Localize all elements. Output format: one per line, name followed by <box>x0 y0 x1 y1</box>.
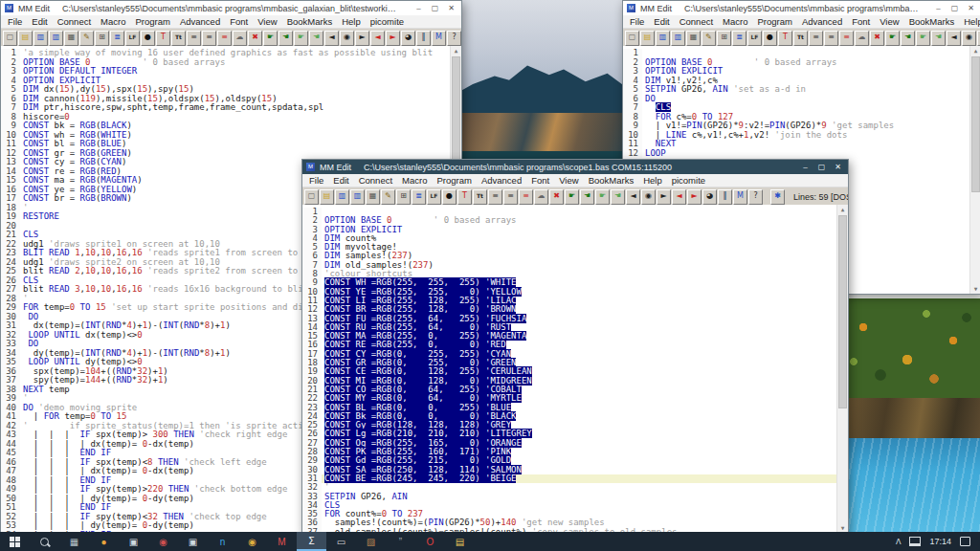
tray-chevron-up-icon[interactable]: ᐱ <box>896 538 901 546</box>
hand-left-green-icon[interactable]: ☚ <box>901 31 915 46</box>
align-right-icon[interactable]: ≡ <box>503 189 518 205</box>
hand-right-green-icon[interactable]: ☛ <box>565 189 579 205</box>
menu-item-advanced[interactable]: Advanced <box>477 175 526 186</box>
record-dot-icon[interactable]: ● <box>763 31 777 46</box>
copy-icon[interactable]: ⊞ <box>95 31 109 46</box>
scroll-up-arrow-icon[interactable]: ▲ <box>970 46 980 55</box>
arrow-left-icon[interactable]: ◄ <box>947 31 961 46</box>
align-left-icon[interactable]: ≡ <box>809 31 823 46</box>
save-as-icon[interactable]: ▥ <box>350 189 365 205</box>
arrow-left-red-icon[interactable]: ◄ <box>672 189 686 205</box>
menu-item-view[interactable]: View <box>554 175 583 186</box>
run-icon[interactable]: ✱ <box>770 189 785 205</box>
maximize-button[interactable]: ▢ <box>427 1 443 15</box>
scroll-down-arrow-icon[interactable]: ▼ <box>970 284 980 294</box>
code-line[interactable]: 11 NEXT <box>623 140 970 149</box>
m-blue-icon[interactable]: M <box>432 31 446 46</box>
copy-icon[interactable]: ⊞ <box>396 189 411 205</box>
menu-item-advanced[interactable]: Advanced <box>797 16 847 27</box>
arrow-right-red-icon[interactable]: ► <box>386 31 400 46</box>
menu-item-bookmarks[interactable]: BookMarks <box>904 16 960 27</box>
network-icon[interactable] <box>909 537 921 546</box>
taskbar-app-cmd[interactable]: ▭ <box>326 532 356 551</box>
hand-right-green-icon[interactable]: ☛ <box>885 31 900 46</box>
taskbar-app-opera[interactable]: O <box>415 532 445 551</box>
menu-item-font[interactable]: Font <box>526 175 554 186</box>
target-icon[interactable]: ◉ <box>962 31 976 46</box>
taskbar-app-edge[interactable]: n <box>208 532 237 551</box>
new-file-icon[interactable]: ▢ <box>625 31 639 46</box>
menu-item-file[interactable]: File <box>304 175 328 186</box>
save-icon[interactable]: ▥ <box>656 31 670 46</box>
text-case-icon[interactable]: Tt <box>473 189 487 205</box>
search-button[interactable] <box>30 532 59 551</box>
menu-item-program[interactable]: Program <box>130 16 174 27</box>
clock[interactable]: 17:14 <box>929 537 951 546</box>
hand-right-light-icon[interactable]: ☛ <box>916 31 930 46</box>
menu-item-view[interactable]: View <box>875 16 903 27</box>
minimize-button[interactable]: – <box>930 1 947 15</box>
minimize-button[interactable]: – <box>411 1 427 15</box>
target-icon[interactable]: ◉ <box>340 31 354 46</box>
menu-item-bookmarks[interactable]: BookMarks <box>282 16 338 27</box>
save-as-icon[interactable]: ▥ <box>49 31 63 46</box>
delete-x-icon[interactable]: ✖ <box>870 31 884 46</box>
menu-item-bookmarks[interactable]: BookMarks <box>584 175 639 186</box>
scroll-up-arrow-icon[interactable]: ▲ <box>451 46 461 55</box>
hand-right-green-icon[interactable]: ☛ <box>263 31 278 46</box>
target-icon[interactable]: ◉ <box>641 189 656 205</box>
menu-item-edit[interactable]: Edit <box>27 16 52 27</box>
close-button[interactable]: ✕ <box>443 1 459 15</box>
menu-item-help[interactable]: Help <box>959 16 980 27</box>
comment-bubble-icon[interactable]: ☁ <box>534 189 548 205</box>
hand-right-light-icon[interactable]: ☛ <box>294 31 308 46</box>
menu-item-connect[interactable]: Connect <box>53 16 96 27</box>
hand-right-light-icon[interactable]: ☛ <box>595 189 610 205</box>
arrow-right-red-icon[interactable]: ► <box>687 189 702 205</box>
pause-icon[interactable]: ‖ <box>718 189 732 205</box>
print-icon[interactable]: ▦ <box>64 31 78 46</box>
code-line[interactable]: 3OPTION EXPLICIT <box>302 226 837 234</box>
arrow-left-icon[interactable]: ◄ <box>324 31 339 46</box>
open-folder-icon[interactable]: ▤ <box>18 31 33 46</box>
taskbar-app-mmedit[interactable]: Σ <box>297 532 326 551</box>
close-button[interactable]: ✕ <box>963 1 979 15</box>
taskbar-app-monitor-2[interactable]: ▣ <box>178 532 208 551</box>
menu-item-picomite[interactable]: picomite <box>366 16 409 27</box>
scrollbar-thumb[interactable] <box>838 215 847 408</box>
scroll-up-arrow-icon[interactable]: ▲ <box>837 205 848 214</box>
menu-item-advanced[interactable]: Advanced <box>175 16 225 27</box>
m-blue-icon[interactable]: M <box>733 189 747 205</box>
pen-icon[interactable]: ✎ <box>381 189 395 205</box>
print-icon[interactable]: ▦ <box>686 31 701 46</box>
taskbar-app-explorer[interactable]: ▤ <box>445 532 475 551</box>
menu-item-edit[interactable]: Edit <box>328 175 353 186</box>
text-case-icon[interactable]: Tt <box>171 31 186 46</box>
pacman-icon[interactable]: ◕ <box>702 189 717 205</box>
maximize-button[interactable]: ▢ <box>813 160 830 174</box>
pacman-icon[interactable]: ◕ <box>401 31 415 46</box>
menu-item-program[interactable]: Program <box>432 175 476 186</box>
menu-item-font[interactable]: Font <box>225 16 253 27</box>
arrow-left-icon[interactable]: ◄ <box>626 189 640 205</box>
menu-item-file[interactable]: File <box>625 16 649 27</box>
text-red-icon[interactable]: T <box>156 31 170 46</box>
linefeed-icon[interactable]: LF <box>125 31 140 46</box>
linefeed-icon[interactable]: LF <box>747 31 762 46</box>
new-file-icon[interactable]: ▢ <box>304 189 319 205</box>
code-line[interactable]: 5SETPIN GP26, AIN 'set as a-d in <box>623 85 970 95</box>
copy-icon[interactable]: ⊞ <box>717 31 731 46</box>
pen-icon[interactable]: ✎ <box>79 31 94 46</box>
menu-item-program[interactable]: Program <box>752 16 796 27</box>
code-line[interactable]: 6DO <box>623 95 970 104</box>
taskbar-app-monitor-1[interactable]: ▣ <box>119 532 148 551</box>
hand-left-light-icon[interactable]: ☚ <box>611 189 625 205</box>
arrow-right-icon[interactable]: ► <box>657 189 671 205</box>
comment-bubble-icon[interactable]: ☁ <box>233 31 247 46</box>
save-icon[interactable]: ▥ <box>335 189 349 205</box>
hand-left-green-icon[interactable]: ☚ <box>580 189 594 205</box>
taskbar-app-chrome[interactable]: ◉ <box>237 532 267 551</box>
list-icon[interactable]: ≣ <box>110 31 124 46</box>
code-line[interactable]: 31CONST BE =RGB(245, 245, 220) 'BEIGE <box>302 474 837 483</box>
comment-bubble-icon[interactable]: ☁ <box>855 31 869 46</box>
